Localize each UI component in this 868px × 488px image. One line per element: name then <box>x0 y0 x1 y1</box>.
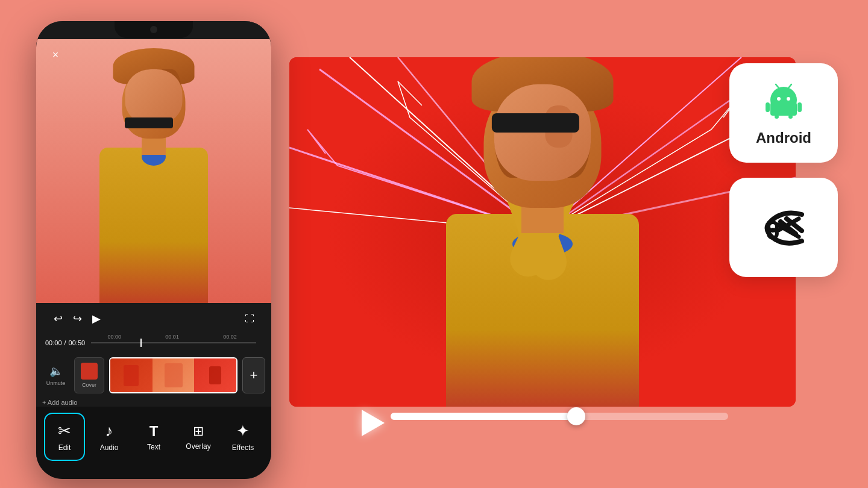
toolbar-item-text[interactable]: T Text <box>133 413 174 461</box>
svg-rect-15 <box>766 102 770 112</box>
audio-label: Audio <box>100 443 119 452</box>
android-icon <box>763 80 805 122</box>
phone-controls-bar: ↩ ↪ ▶ ⛶ <box>36 303 271 334</box>
phone-toolbar: ✂ Edit ♪ Audio T Text ⊞ Overlay ✦ Effect… <box>36 407 271 479</box>
time-divider: / <box>64 339 66 346</box>
text-label: Text <box>147 443 160 451</box>
progress-track[interactable] <box>391 413 728 420</box>
close-button[interactable]: × <box>47 46 64 63</box>
current-time: 00:00 <box>45 339 62 346</box>
android-badge[interactable]: Android <box>729 63 838 163</box>
capcut-badge[interactable] <box>729 178 838 277</box>
play-button[interactable] <box>362 410 385 436</box>
svg-point-22 <box>769 230 777 238</box>
phone-video-area <box>36 39 271 304</box>
phone-mockup: × ↩ <box>36 21 271 479</box>
svg-point-10 <box>777 97 781 101</box>
toolbar-item-audio[interactable]: ♪ Audio <box>89 413 130 461</box>
total-time: 00:50 <box>69 339 86 346</box>
phone-clip-area: 🔈 Unmute Cover <box>36 351 271 399</box>
svg-line-13 <box>788 84 791 88</box>
scissors-icon: ✂ <box>58 422 71 440</box>
svg-rect-16 <box>797 102 802 112</box>
overlay-icon: ⊞ <box>193 424 204 439</box>
undo-button[interactable]: ↩ <box>48 309 68 328</box>
progress-fill <box>391 413 576 420</box>
music-note-icon: ♪ <box>105 422 113 440</box>
svg-point-11 <box>787 97 790 101</box>
clip-strip[interactable] <box>109 357 237 393</box>
text-icon: T <box>149 423 159 440</box>
android-label: Android <box>756 130 811 146</box>
unmute-button[interactable]: 🔈 Unmute <box>42 357 69 393</box>
redo-button[interactable]: ↪ <box>68 309 87 328</box>
overlay-label: Overlay <box>186 442 210 451</box>
toolbar-item-effects[interactable]: ✦ Effects <box>222 413 263 461</box>
progress-thumb[interactable] <box>567 407 585 425</box>
toolbar-item-overlay[interactable]: ⊞ Overlay <box>178 413 219 461</box>
capcut-icon <box>753 204 814 252</box>
svg-line-12 <box>776 84 779 88</box>
add-clip-button[interactable]: + <box>242 357 265 393</box>
play-pause-button[interactable]: ▶ <box>87 309 106 328</box>
phone-timeline: 00:00 / 00:50 00:00 00:01 00:02 <box>36 334 271 351</box>
fullscreen-button[interactable]: ⛶ <box>240 309 259 328</box>
toolbar-item-edit[interactable]: ✂ Edit <box>44 413 85 461</box>
sparkle-icon: ✦ <box>236 422 250 440</box>
add-audio-bar[interactable]: + Add audio <box>42 399 77 406</box>
edit-label: Edit <box>58 443 71 452</box>
svg-rect-17 <box>775 115 779 119</box>
main-video-preview <box>289 57 796 407</box>
svg-rect-18 <box>788 115 793 119</box>
effects-label: Effects <box>232 443 254 452</box>
cover-button[interactable]: Cover <box>74 357 104 393</box>
svg-rect-14 <box>770 102 797 116</box>
